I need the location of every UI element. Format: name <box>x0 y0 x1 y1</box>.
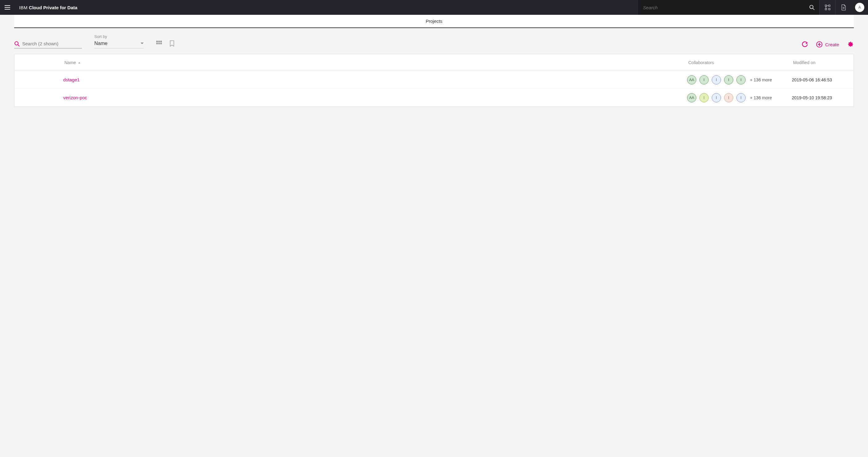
apps-button[interactable] <box>819 0 835 15</box>
refresh-icon <box>802 41 808 48</box>
refresh-button[interactable] <box>802 41 808 48</box>
svg-rect-3 <box>829 5 830 6</box>
plus-circle-icon <box>816 41 823 48</box>
svg-rect-12 <box>156 41 158 42</box>
hamburger-menu[interactable] <box>0 0 15 15</box>
collaborators-cell: AAIIII+ 136 more <box>687 93 792 102</box>
project-link[interactable]: verizon-poc <box>63 95 87 100</box>
svg-rect-13 <box>158 41 160 42</box>
svg-line-1 <box>813 8 814 10</box>
projects-table: Name ▲ Collaborators Modified on dstage1… <box>14 54 854 107</box>
sort-select[interactable]: Name <box>94 39 144 49</box>
modified-on: 2019-05-10 19:58:23 <box>792 95 854 100</box>
global-search-input[interactable] <box>643 5 800 10</box>
modified-on: 2019-05-06 16:46:53 <box>792 78 854 82</box>
collaborators-more[interactable]: + 136 more <box>750 78 772 82</box>
document-icon <box>841 4 846 10</box>
toolbar: Sort by Name Create <box>14 28 854 54</box>
collaborator-avatar[interactable]: I <box>712 93 721 102</box>
svg-rect-14 <box>160 41 162 42</box>
topbar: IBM Cloud Private for Data A <box>0 0 868 15</box>
table-row[interactable]: dstage1AAIIII+ 136 more2019-05-06 16:46:… <box>14 71 854 89</box>
collaborator-avatar[interactable]: I <box>724 75 733 85</box>
project-link[interactable]: dstage1 <box>63 77 80 82</box>
collaborator-avatar[interactable]: I <box>736 75 746 85</box>
create-button[interactable]: Create <box>816 41 839 48</box>
sort-asc-icon: ▲ <box>78 61 81 64</box>
brand-product: Cloud Private for Data <box>29 5 78 10</box>
svg-line-11 <box>18 45 20 46</box>
svg-point-10 <box>15 42 18 45</box>
list-search-input[interactable] <box>22 39 82 48</box>
global-search-button[interactable] <box>805 0 819 15</box>
svg-rect-15 <box>156 43 158 44</box>
table-header: Name ▲ Collaborators Modified on <box>14 54 854 71</box>
bookmark-button[interactable] <box>169 40 175 47</box>
search-icon <box>14 41 20 47</box>
sort-label: Sort by <box>94 34 144 39</box>
table-row[interactable]: verizon-pocAAIIII+ 136 more2019-05-10 19… <box>14 89 854 107</box>
collaborator-avatar[interactable]: I <box>736 93 746 102</box>
collaborator-avatar[interactable]: I <box>700 93 709 102</box>
user-avatar[interactable]: A <box>855 3 864 12</box>
svg-rect-17 <box>160 43 162 44</box>
svg-rect-4 <box>825 8 827 10</box>
list-search[interactable] <box>14 39 82 49</box>
collaborator-avatar[interactable]: I <box>712 75 721 85</box>
grid-view-button[interactable] <box>156 40 162 47</box>
global-search-area[interactable] <box>638 0 805 15</box>
create-label: Create <box>825 42 839 47</box>
view-toggles <box>156 40 175 49</box>
apps-icon <box>825 5 830 10</box>
column-name-label: Name <box>64 60 76 65</box>
brand-prefix: IBM <box>19 5 28 10</box>
grid-icon <box>156 40 162 47</box>
svg-rect-16 <box>158 43 160 44</box>
sort-control: Sort by Name <box>94 34 144 49</box>
chevron-down-icon <box>141 42 144 44</box>
collaborator-avatar[interactable]: AA <box>687 75 696 85</box>
brand: IBM Cloud Private for Data <box>15 5 78 10</box>
svg-point-0 <box>810 5 813 9</box>
sort-value: Name <box>94 41 107 46</box>
tab-projects[interactable]: Projects <box>14 15 854 27</box>
tab-bar: Projects <box>14 15 854 28</box>
column-name[interactable]: Name ▲ <box>63 60 687 65</box>
collaborator-avatar[interactable]: I <box>700 75 709 85</box>
svg-rect-2 <box>825 5 827 6</box>
column-modified[interactable]: Modified on <box>792 60 854 65</box>
svg-rect-5 <box>829 8 830 10</box>
settings-button[interactable] <box>847 41 854 48</box>
search-icon <box>809 5 815 10</box>
collaborators-cell: AAIIII+ 136 more <box>687 75 792 85</box>
bookmark-icon <box>169 40 175 47</box>
collaborator-avatar[interactable]: AA <box>687 93 696 102</box>
gear-icon <box>847 41 854 48</box>
column-collaborators[interactable]: Collaborators <box>687 60 792 65</box>
menu-icon <box>5 5 10 9</box>
collaborator-avatar[interactable]: I <box>724 93 733 102</box>
collaborators-more[interactable]: + 136 more <box>750 95 772 100</box>
document-button[interactable] <box>835 0 851 15</box>
